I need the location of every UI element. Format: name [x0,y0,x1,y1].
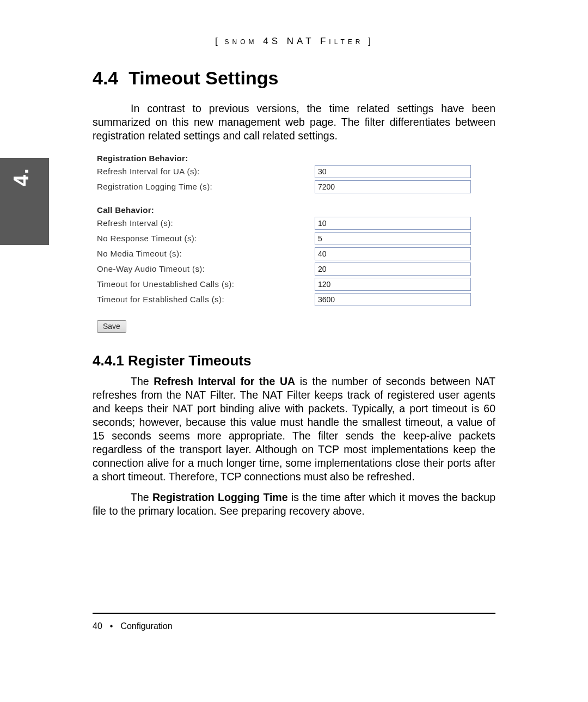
call-refresh-interval-input[interactable] [315,217,471,230]
setting-row: Refresh Interval (s): [97,217,495,230]
paragraph-registration-logging: The Registration Logging Time is the tim… [93,491,495,518]
setting-row: No Response Timeout (s): [97,232,495,245]
refresh-interval-ua-input[interactable] [315,165,471,178]
header-title: snom 4S NAT Filter [225,36,364,46]
running-header: [ snom 4S NAT Filter ] [93,36,495,47]
chapter-tab-label: 4. [10,168,33,186]
p2-pre: The [131,375,154,387]
setting-row: Timeout for Established Calls (s): [97,293,495,306]
page-number: 40 [93,621,102,631]
intro-paragraph: In contrast to previous versions, the ti… [93,102,495,143]
intro-text: In contrast to previous versions, the ti… [93,102,495,142]
setting-label: Refresh Interval for UA (s): [97,167,315,176]
save-row: Save [97,320,495,333]
header-close-bracket: ] [368,36,373,46]
section-number: 4.4 [93,68,118,88]
setting-label: No Response Timeout (s): [97,234,315,243]
content-area: 4.4 Timeout Settings In contrast to prev… [93,60,495,526]
chapter-tab: 4. [0,158,49,245]
page: 4. [ snom 4S NAT Filter ] 4.4 Timeout Se… [0,0,588,702]
setting-label: Registration Logging Time (s): [97,182,315,191]
p2-post: is the number of seconds between NAT ref… [93,375,495,483]
setting-row: Refresh Interval for UA (s): [97,165,495,178]
setting-label: Refresh Interval (s): [97,218,315,228]
call-group-title: Call Behavior: [97,205,495,215]
p3-pre: The [131,491,152,503]
paragraph-refresh-interval: The Refresh Interval for the UA is the n… [93,375,495,484]
setting-label: One-Way Audio Timeout (s): [97,264,315,273]
page-footer: 40 • Configuration [93,613,495,631]
setting-row: Timeout for Unestablished Calls (s): [97,278,495,291]
registration-logging-time-input[interactable] [315,180,471,193]
setting-label: Timeout for Unestablished Calls (s): [97,279,315,289]
setting-row: No Media Timeout (s): [97,247,495,260]
one-way-audio-timeout-input[interactable] [315,263,471,276]
setting-label: Timeout for Established Calls (s): [97,295,315,304]
header-open-bracket: [ [215,36,220,46]
p2-strong: Refresh Interval for the UA [154,375,295,387]
established-calls-timeout-input[interactable] [315,293,471,306]
footer-chapter: Configuration [120,621,172,631]
save-button[interactable]: Save [97,320,126,333]
footer-bullet: • [110,621,113,631]
no-response-timeout-input[interactable] [315,232,471,245]
setting-row: Registration Logging Time (s): [97,180,495,193]
unestablished-calls-timeout-input[interactable] [315,278,471,291]
subsection-title: Register Timeouts [128,352,251,369]
subsection-heading: 4.4.1 Register Timeouts [93,352,495,369]
p3-strong: Registration Logging Time [152,491,288,503]
section-heading: 4.4 Timeout Settings [93,68,495,89]
setting-row: One-Way Audio Timeout (s): [97,263,495,276]
settings-form: Registration Behavior: Refresh Interval … [97,154,495,333]
setting-label: No Media Timeout (s): [97,249,315,258]
no-media-timeout-input[interactable] [315,247,471,260]
subsection-number: 4.4.1 [93,352,124,369]
registration-group-title: Registration Behavior: [97,154,495,163]
section-title: Timeout Settings [128,68,278,88]
